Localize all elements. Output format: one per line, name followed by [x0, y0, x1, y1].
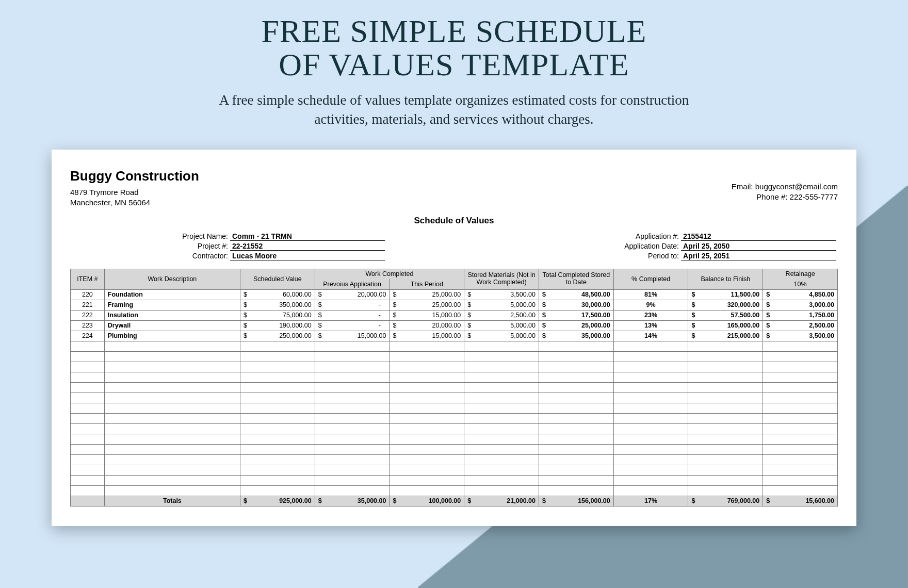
- project-no: 22-21552: [230, 242, 385, 251]
- table-row: 222 Insulation $75,000.00 $- $15,000.00 …: [71, 310, 838, 320]
- company-addr2: Manchester, MN 56064: [70, 198, 199, 208]
- table-row: [71, 351, 838, 362]
- contact-block: Email: buggyconst@email.com Phone #: 222…: [732, 167, 838, 208]
- doc-header: Buggy Construction 4879 Trymore Road Man…: [70, 167, 838, 208]
- h-ret: Retainage: [763, 269, 838, 279]
- meta-left: Project Name:Comm - 21 TRMN Project #:22…: [163, 232, 385, 262]
- h-bal: Balance to Finish: [688, 269, 763, 289]
- period: April 25, 2051: [681, 252, 836, 260]
- contractor-label: Contractor:: [163, 252, 230, 260]
- document-preview: Buggy Construction 4879 Trymore Road Man…: [52, 150, 856, 526]
- h-pct: % Completed: [613, 269, 688, 289]
- table-row: [71, 454, 838, 465]
- h-stored: Stored Materials (Not in Work Completed): [464, 269, 539, 289]
- table-row: [71, 413, 838, 423]
- h-desc: Work Description: [104, 269, 240, 289]
- title-line2: OF VALUES TEMPLATE: [279, 47, 629, 82]
- table-row: [71, 372, 838, 382]
- table-row: [71, 485, 838, 496]
- doc-title: Schedule of Values: [70, 216, 838, 226]
- h-ret-pct: 10%: [763, 279, 838, 289]
- meta-right: Application #:2155412 Application Date:A…: [614, 232, 836, 262]
- company-addr1: 4879 Trymore Road: [70, 187, 199, 198]
- company-email: Email: buggyconst@email.com: [732, 182, 838, 192]
- app-no: 2155412: [681, 232, 836, 241]
- table-row: 223 Drywall $190,000.00 $- $20,000.00 $5…: [71, 320, 838, 331]
- table-body: 220 Foundation $60,000.00 $20,000.00 $25…: [71, 289, 838, 506]
- h-sched: Scheduled Value: [240, 269, 315, 289]
- project-no-label: Project #:: [163, 242, 230, 251]
- project-name: Comm - 21 TRMN: [230, 232, 385, 241]
- table-row: [71, 403, 838, 413]
- project-name-label: Project Name:: [163, 232, 230, 241]
- app-no-label: Application #:: [614, 232, 681, 241]
- totals-row: Totals $925,000.00$35,000.00$100,000.00 …: [71, 496, 838, 506]
- table-row: [71, 434, 838, 444]
- h-total: Total Completed Stored to Date: [539, 269, 613, 289]
- table-row: [71, 393, 838, 403]
- page-title: FREE SIMPLE SCHEDULE OF VALUES TEMPLATE: [0, 14, 908, 81]
- app-date-label: Application Date:: [614, 242, 681, 251]
- title-line1: FREE SIMPLE SCHEDULE: [262, 13, 647, 48]
- company-phone: Phone #: 222-555-7777: [732, 192, 838, 202]
- table-row: [71, 362, 838, 372]
- table-row: [71, 465, 838, 475]
- subtitle-line1: A free simple schedule of values templat…: [219, 92, 689, 108]
- subtitle-line2: activities, materials, and services with…: [315, 111, 594, 127]
- project-meta: Project Name:Comm - 21 TRMN Project #:22…: [70, 232, 838, 262]
- table-row: 221 Framing $350,000.00 $- $25,000.00 $5…: [71, 300, 838, 310]
- hero: FREE SIMPLE SCHEDULE OF VALUES TEMPLATE …: [0, 0, 908, 128]
- table-row: [71, 382, 838, 393]
- table-head: ITEM # Work Description Scheduled Value …: [71, 269, 838, 289]
- table-row: [71, 423, 838, 434]
- h-prev: Prevoius Application: [315, 279, 390, 289]
- app-date: April 25, 2050: [681, 242, 836, 251]
- company-block: Buggy Construction 4879 Trymore Road Man…: [70, 167, 199, 208]
- contractor: Lucas Moore: [230, 252, 385, 260]
- period-label: Period to:: [614, 252, 681, 260]
- company-name: Buggy Construction: [70, 167, 199, 185]
- h-this: This Period: [390, 279, 464, 289]
- table-row: 220 Foundation $60,000.00 $20,000.00 $25…: [71, 289, 838, 300]
- table-row: [71, 341, 838, 351]
- h-work-completed: Work Completed: [315, 269, 464, 279]
- table-row: [71, 475, 838, 485]
- page-subtitle: A free simple schedule of values templat…: [0, 91, 908, 128]
- schedule-table: ITEM # Work Description Scheduled Value …: [70, 269, 838, 507]
- table-row: [71, 444, 838, 454]
- table-row: 224 Plumbing $250,000.00 $15,000.00 $15,…: [71, 331, 838, 341]
- h-item: ITEM #: [71, 269, 105, 289]
